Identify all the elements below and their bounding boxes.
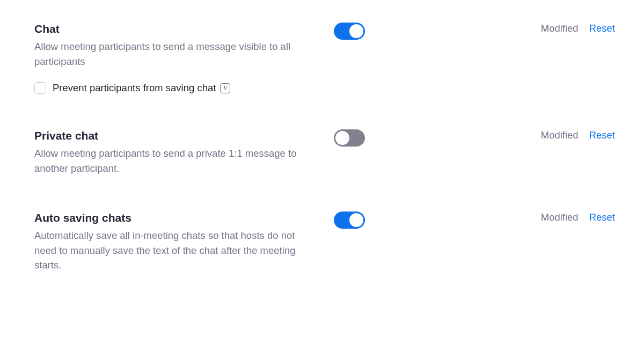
- status-column: Modified Reset: [541, 210, 615, 223]
- setting-description: Automatically save all in-meeting chats …: [34, 228, 303, 273]
- setting-main: Private chat Allow meeting participants …: [34, 128, 303, 176]
- setting-row-auto-saving: Auto saving chats Automatically save all…: [34, 210, 615, 273]
- modified-label: Modified: [541, 129, 579, 141]
- setting-description: Allow meeting participants to send a mes…: [34, 39, 303, 69]
- modified-label: Modified: [541, 23, 579, 34]
- setting-title: Auto saving chats: [34, 210, 303, 225]
- setting-main: Auto saving chats Automatically save all…: [34, 210, 303, 273]
- toggle-column: [334, 21, 365, 40]
- toggle-column: [334, 128, 365, 147]
- setting-main: Chat Allow meeting participants to send …: [34, 21, 303, 94]
- setting-description: Allow meeting participants to send a pri…: [34, 146, 303, 176]
- status-column: Modified Reset: [541, 21, 615, 34]
- sub-option-prevent-saving: Prevent participants from saving chat V: [34, 82, 303, 94]
- toggle-knob: [349, 213, 363, 227]
- toggle-column: [334, 210, 365, 229]
- status-column: Modified Reset: [541, 128, 615, 141]
- toggle-private-chat[interactable]: [334, 129, 365, 147]
- reset-link[interactable]: Reset: [589, 23, 615, 34]
- reset-link[interactable]: Reset: [589, 129, 615, 141]
- toggle-chat[interactable]: [334, 23, 365, 40]
- reset-link[interactable]: Reset: [589, 212, 615, 223]
- sub-option-label: Prevent participants from saving chat: [53, 82, 216, 94]
- toggle-knob: [349, 24, 363, 38]
- modified-badge-icon: V: [220, 83, 230, 93]
- setting-title: Chat: [34, 21, 303, 36]
- toggle-auto-saving[interactable]: [334, 212, 365, 229]
- setting-row-private-chat: Private chat Allow meeting participants …: [34, 128, 615, 176]
- checkbox-prevent-saving[interactable]: [34, 82, 46, 94]
- setting-row-chat: Chat Allow meeting participants to send …: [34, 21, 615, 94]
- setting-title: Private chat: [34, 128, 303, 143]
- modified-label: Modified: [541, 212, 579, 223]
- toggle-knob: [335, 131, 349, 145]
